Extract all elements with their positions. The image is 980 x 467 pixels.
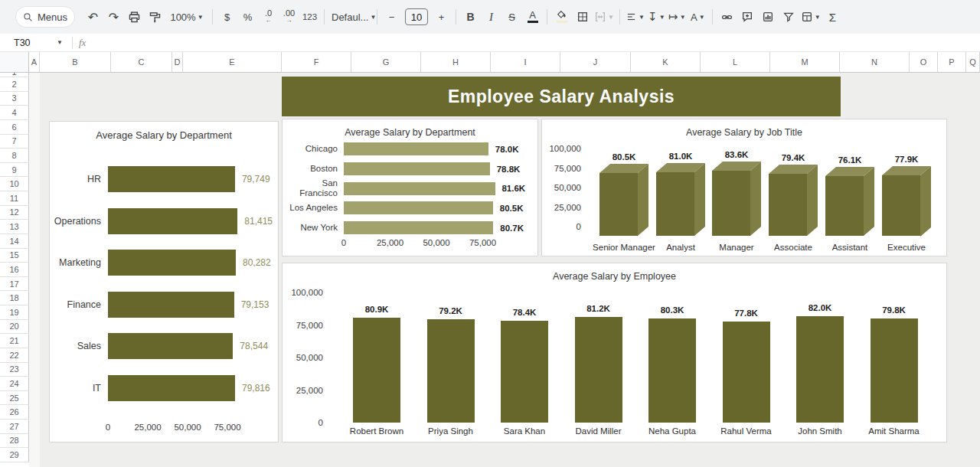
bar	[344, 142, 488, 155]
print-button[interactable]	[124, 6, 145, 28]
row-header-21[interactable]: 21	[0, 334, 29, 348]
value-label: 81.0K	[654, 152, 707, 161]
column-header-K[interactable]: K	[631, 52, 701, 73]
row-header-14[interactable]: 14	[0, 234, 29, 249]
column-header-Q[interactable]: Q	[966, 52, 980, 73]
table-views-button[interactable]: ▼	[799, 6, 822, 28]
column-header-E[interactable]: E	[183, 52, 282, 73]
column-a-cells[interactable]	[29, 73, 40, 467]
column-header-D[interactable]: D	[172, 52, 183, 73]
insert-link-button[interactable]	[717, 6, 737, 28]
borders-button[interactable]	[572, 6, 593, 28]
name-box-caret-icon[interactable]: ▼	[57, 39, 63, 46]
text-color-button[interactable]: A	[522, 6, 543, 28]
redo-button[interactable]: ↷	[103, 6, 124, 28]
name-box[interactable]: T30	[0, 38, 55, 48]
column-header-N[interactable]: N	[840, 52, 910, 73]
bar	[353, 318, 400, 423]
column-header-F[interactable]: F	[282, 52, 351, 73]
row-header-26[interactable]: 26	[0, 405, 29, 420]
row-header-17[interactable]: 17	[0, 277, 29, 292]
row-header-20[interactable]: 20	[0, 320, 29, 335]
row-header-2[interactable]: 2	[0, 77, 29, 92]
row-header-6[interactable]: 6	[0, 120, 29, 135]
sheet-canvas[interactable]: 1234678910111213141516171819202122232425…	[0, 73, 980, 467]
decrease-decimal-button[interactable]: .0←	[258, 6, 279, 28]
row-header-24[interactable]: 24	[0, 377, 29, 391]
chart-avg-salary-by-city[interactable]: Average Salary by Department Chicago78.0…	[282, 119, 538, 256]
format-currency-button[interactable]: $	[217, 6, 237, 28]
column-header-C[interactable]: C	[111, 52, 172, 73]
row-header-15[interactable]: 15	[0, 249, 29, 263]
y-axis-tick-label: 100,000	[544, 144, 581, 153]
y-axis-tick-label: 25,000	[544, 203, 581, 212]
select-all-corner[interactable]	[0, 52, 29, 73]
value-label: 83.6K	[710, 150, 763, 159]
insert-comment-button[interactable]	[737, 6, 758, 28]
value-label: 78.0K	[495, 142, 519, 155]
vertical-align-button[interactable]: ↧▼	[646, 6, 667, 28]
row-header-27[interactable]: 27	[0, 420, 29, 434]
row-header-22[interactable]: 22	[0, 348, 29, 363]
row-header-25[interactable]: 25	[0, 391, 29, 406]
bold-button[interactable]: B	[460, 6, 481, 28]
increase-font-size-button[interactable]: +	[431, 6, 452, 28]
increase-decimal-button[interactable]: .00→	[279, 6, 299, 28]
divider	[72, 37, 73, 49]
row-header-7[interactable]: 7	[0, 135, 29, 149]
row-header-13[interactable]: 13	[0, 220, 29, 234]
fx-icon[interactable]: fx	[79, 37, 86, 49]
text-rotation-button[interactable]: A▼	[688, 6, 708, 28]
dashboard-title-banner[interactable]: Employee Salary Analysis	[282, 77, 841, 116]
row-header-10[interactable]: 10	[0, 177, 29, 191]
undo-button[interactable]: ↶	[83, 6, 103, 28]
merge-cells-button[interactable]: ▼	[593, 6, 616, 28]
category-label: John Smith	[784, 426, 856, 436]
column-header-O[interactable]: O	[910, 52, 938, 73]
chart-avg-salary-by-job-title[interactable]: Average Salary by Job Title 025,00050,00…	[541, 119, 947, 256]
column-header-I[interactable]: I	[491, 52, 560, 73]
insert-chart-button[interactable]	[758, 6, 779, 28]
column-header-G[interactable]: G	[351, 52, 421, 73]
row-header-18[interactable]: 18	[0, 291, 29, 305]
column-header-P[interactable]: P	[938, 52, 966, 73]
column-header-B[interactable]: B	[40, 52, 111, 73]
chart-avg-salary-by-department[interactable]: Average Salary by Department HR79,749Ope…	[49, 121, 279, 443]
category-label: IT	[50, 375, 101, 401]
column-header-J[interactable]: J	[560, 52, 631, 73]
row-header-23[interactable]: 23	[0, 363, 29, 377]
column-header-A[interactable]: A	[29, 52, 40, 73]
row-header-9[interactable]: 9	[0, 163, 29, 178]
paint-format-button[interactable]	[145, 6, 165, 28]
menus-button[interactable]: Menus	[15, 6, 75, 28]
horizontal-align-button[interactable]: ▼	[624, 6, 646, 28]
row-header-29[interactable]: 29	[0, 448, 29, 462]
font-family-select[interactable]: Defaul...▼	[328, 6, 373, 28]
font-size-input[interactable]: 10	[405, 8, 428, 25]
format-percent-button[interactable]: %	[237, 6, 258, 28]
more-formats-button[interactable]: 123	[299, 6, 320, 28]
create-filter-button[interactable]	[779, 6, 799, 28]
row-header-12[interactable]: 12	[0, 206, 29, 220]
row-header-8[interactable]: 8	[0, 149, 29, 163]
bar	[344, 162, 490, 175]
chart-avg-salary-by-employee[interactable]: Average Salary by Employee 025,00050,000…	[282, 263, 947, 443]
row-header-11[interactable]: 11	[0, 191, 29, 206]
functions-button[interactable]: Σ	[822, 6, 843, 28]
text-wrapping-button[interactable]: ↦▼	[667, 6, 688, 28]
zoom-control[interactable]: 100%▼	[165, 6, 208, 28]
row-header-3[interactable]: 3	[0, 92, 29, 106]
row-header-28[interactable]: 28	[0, 434, 29, 449]
bar	[108, 333, 233, 359]
decrease-font-size-button[interactable]: −	[381, 6, 402, 28]
row-header-4[interactable]: 4	[0, 106, 29, 120]
fill-color-button[interactable]	[551, 6, 572, 28]
row-header-16[interactable]: 16	[0, 263, 29, 277]
strikethrough-button[interactable]: S	[501, 6, 522, 28]
column-header-H[interactable]: H	[421, 52, 491, 73]
column-header-M[interactable]: M	[770, 52, 840, 73]
italic-button[interactable]: I	[481, 6, 501, 28]
row-header-19[interactable]: 19	[0, 305, 29, 320]
column-header-L[interactable]: L	[701, 52, 770, 73]
bar	[871, 318, 918, 423]
